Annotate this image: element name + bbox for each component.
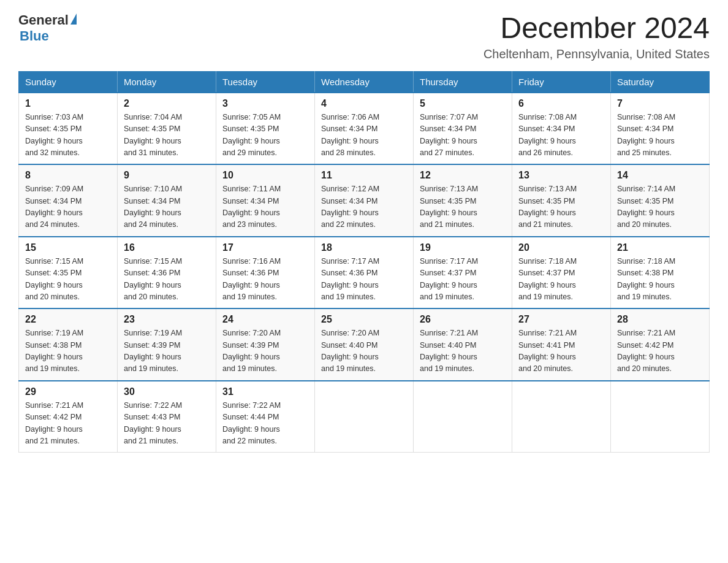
day-number: 20 [518, 242, 604, 253]
logo-triangle-icon [70, 13, 77, 25]
day-info: Sunrise: 7:10 AMSunset: 4:34 PMDaylight:… [124, 183, 210, 231]
calendar-cell: 6Sunrise: 7:08 AMSunset: 4:34 PMDaylight… [512, 93, 611, 165]
day-info: Sunrise: 7:20 AMSunset: 4:40 PMDaylight:… [321, 327, 407, 375]
calendar-cell: 28Sunrise: 7:21 AMSunset: 4:42 PMDayligh… [611, 308, 710, 381]
calendar-cell [414, 381, 512, 453]
day-info: Sunrise: 7:19 AMSunset: 4:39 PMDaylight:… [124, 327, 210, 375]
day-number: 18 [321, 242, 407, 253]
calendar-cell: 1Sunrise: 7:03 AMSunset: 4:35 PMDaylight… [19, 93, 118, 165]
calendar-cell: 26Sunrise: 7:21 AMSunset: 4:40 PMDayligh… [414, 308, 512, 381]
day-number: 10 [222, 170, 308, 181]
month-title: December 2024 [483, 12, 710, 45]
day-number: 31 [222, 386, 308, 397]
day-number: 6 [518, 98, 604, 109]
day-number: 29 [25, 386, 111, 397]
day-info: Sunrise: 7:12 AMSunset: 4:34 PMDaylight:… [321, 183, 407, 231]
calendar-row-3: 15Sunrise: 7:15 AMSunset: 4:35 PMDayligh… [19, 237, 710, 309]
calendar-cell: 15Sunrise: 7:15 AMSunset: 4:35 PMDayligh… [19, 237, 118, 309]
calendar-cell: 5Sunrise: 7:07 AMSunset: 4:34 PMDaylight… [414, 93, 512, 165]
calendar-cell: 31Sunrise: 7:22 AMSunset: 4:44 PMDayligh… [216, 381, 315, 453]
day-info: Sunrise: 7:21 AMSunset: 4:42 PMDaylight:… [25, 400, 111, 448]
calendar-cell: 24Sunrise: 7:20 AMSunset: 4:39 PMDayligh… [216, 308, 315, 381]
location-subtitle: Cheltenham, Pennsylvania, United States [483, 47, 710, 61]
day-number: 23 [124, 314, 210, 325]
day-info: Sunrise: 7:22 AMSunset: 4:44 PMDaylight:… [222, 400, 308, 448]
day-info: Sunrise: 7:18 AMSunset: 4:38 PMDaylight:… [617, 256, 703, 304]
day-info: Sunrise: 7:17 AMSunset: 4:36 PMDaylight:… [321, 256, 407, 304]
day-number: 26 [420, 314, 506, 325]
calendar-cell: 23Sunrise: 7:19 AMSunset: 4:39 PMDayligh… [118, 308, 216, 381]
calendar-cell: 9Sunrise: 7:10 AMSunset: 4:34 PMDaylight… [118, 164, 216, 237]
calendar-cell: 7Sunrise: 7:08 AMSunset: 4:34 PMDaylight… [611, 93, 710, 165]
calendar-cell: 30Sunrise: 7:22 AMSunset: 4:43 PMDayligh… [118, 381, 216, 453]
calendar-cell: 27Sunrise: 7:21 AMSunset: 4:41 PMDayligh… [512, 308, 611, 381]
calendar-row-4: 22Sunrise: 7:19 AMSunset: 4:38 PMDayligh… [19, 308, 710, 381]
page-header: General Blue December 2024 Cheltenham, P… [18, 12, 710, 61]
day-number: 3 [222, 98, 308, 109]
weekday-header-monday: Monday [118, 71, 216, 93]
day-number: 22 [25, 314, 111, 325]
day-number: 8 [25, 170, 111, 181]
calendar-row-1: 1Sunrise: 7:03 AMSunset: 4:35 PMDaylight… [19, 93, 710, 165]
day-info: Sunrise: 7:13 AMSunset: 4:35 PMDaylight:… [518, 183, 604, 231]
calendar-cell: 3Sunrise: 7:05 AMSunset: 4:35 PMDaylight… [216, 93, 315, 165]
day-info: Sunrise: 7:18 AMSunset: 4:37 PMDaylight:… [518, 256, 604, 304]
day-number: 11 [321, 170, 407, 181]
calendar-row-2: 8Sunrise: 7:09 AMSunset: 4:34 PMDaylight… [19, 164, 710, 237]
weekday-header-friday: Friday [512, 71, 611, 93]
calendar-cell: 13Sunrise: 7:13 AMSunset: 4:35 PMDayligh… [512, 164, 611, 237]
weekday-header-saturday: Saturday [611, 71, 710, 93]
logo: General Blue [18, 12, 77, 44]
day-info: Sunrise: 7:22 AMSunset: 4:43 PMDaylight:… [124, 400, 210, 448]
calendar-cell: 16Sunrise: 7:15 AMSunset: 4:36 PMDayligh… [118, 237, 216, 309]
day-info: Sunrise: 7:06 AMSunset: 4:34 PMDaylight:… [321, 112, 407, 159]
day-info: Sunrise: 7:13 AMSunset: 4:35 PMDaylight:… [420, 183, 506, 231]
weekday-header-tuesday: Tuesday [216, 71, 315, 93]
calendar-cell [512, 381, 611, 453]
day-number: 28 [617, 314, 703, 325]
day-number: 27 [518, 314, 604, 325]
day-number: 9 [124, 170, 210, 181]
calendar-cell: 19Sunrise: 7:17 AMSunset: 4:37 PMDayligh… [414, 237, 512, 309]
calendar-cell [315, 381, 414, 453]
day-info: Sunrise: 7:20 AMSunset: 4:39 PMDaylight:… [222, 327, 308, 375]
calendar-cell: 29Sunrise: 7:21 AMSunset: 4:42 PMDayligh… [19, 381, 118, 453]
day-number: 21 [617, 242, 703, 253]
calendar-cell: 12Sunrise: 7:13 AMSunset: 4:35 PMDayligh… [414, 164, 512, 237]
day-info: Sunrise: 7:16 AMSunset: 4:36 PMDaylight:… [222, 256, 308, 304]
calendar-table: SundayMondayTuesdayWednesdayThursdayFrid… [18, 71, 710, 453]
weekday-header-thursday: Thursday [414, 71, 512, 93]
calendar-cell: 17Sunrise: 7:16 AMSunset: 4:36 PMDayligh… [216, 237, 315, 309]
day-info: Sunrise: 7:21 AMSunset: 4:41 PMDaylight:… [518, 327, 604, 375]
day-info: Sunrise: 7:04 AMSunset: 4:35 PMDaylight:… [124, 112, 210, 159]
day-number: 4 [321, 98, 407, 109]
calendar-cell: 4Sunrise: 7:06 AMSunset: 4:34 PMDaylight… [315, 93, 414, 165]
day-info: Sunrise: 7:14 AMSunset: 4:35 PMDaylight:… [617, 183, 703, 231]
weekday-header-sunday: Sunday [19, 71, 118, 93]
day-info: Sunrise: 7:08 AMSunset: 4:34 PMDaylight:… [518, 112, 604, 159]
calendar-cell: 25Sunrise: 7:20 AMSunset: 4:40 PMDayligh… [315, 308, 414, 381]
day-number: 16 [124, 242, 210, 253]
calendar-cell: 20Sunrise: 7:18 AMSunset: 4:37 PMDayligh… [512, 237, 611, 309]
day-number: 24 [222, 314, 308, 325]
day-number: 12 [420, 170, 506, 181]
title-area: December 2024 Cheltenham, Pennsylvania, … [483, 12, 710, 61]
calendar-cell: 18Sunrise: 7:17 AMSunset: 4:36 PMDayligh… [315, 237, 414, 309]
calendar-cell: 14Sunrise: 7:14 AMSunset: 4:35 PMDayligh… [611, 164, 710, 237]
day-number: 17 [222, 242, 308, 253]
weekday-header-row: SundayMondayTuesdayWednesdayThursdayFrid… [19, 71, 710, 93]
day-number: 14 [617, 170, 703, 181]
weekday-header-wednesday: Wednesday [315, 71, 414, 93]
day-info: Sunrise: 7:15 AMSunset: 4:35 PMDaylight:… [25, 256, 111, 304]
day-number: 25 [321, 314, 407, 325]
logo-blue-text: Blue [20, 28, 49, 44]
day-number: 30 [124, 386, 210, 397]
day-info: Sunrise: 7:03 AMSunset: 4:35 PMDaylight:… [25, 112, 111, 159]
day-number: 2 [124, 98, 210, 109]
day-info: Sunrise: 7:11 AMSunset: 4:34 PMDaylight:… [222, 183, 308, 231]
logo-general-text: General [18, 12, 69, 28]
day-number: 15 [25, 242, 111, 253]
day-number: 7 [617, 98, 703, 109]
calendar-cell: 10Sunrise: 7:11 AMSunset: 4:34 PMDayligh… [216, 164, 315, 237]
day-info: Sunrise: 7:09 AMSunset: 4:34 PMDaylight:… [25, 183, 111, 231]
